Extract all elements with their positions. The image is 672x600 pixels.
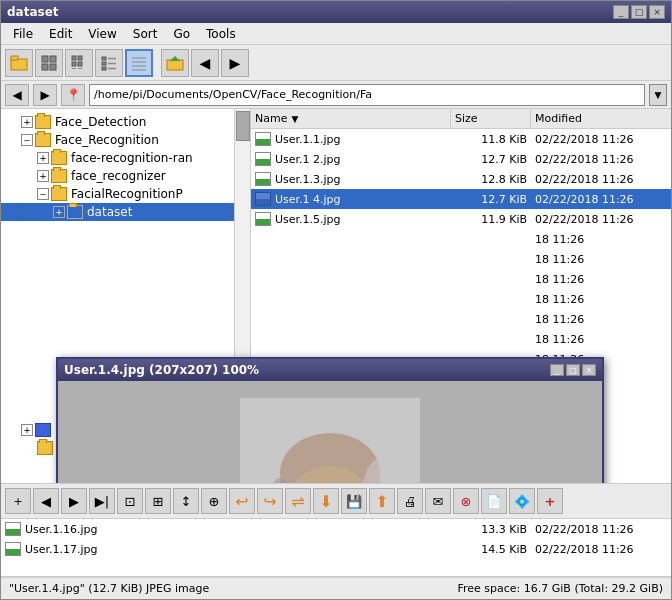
preview-content bbox=[58, 381, 602, 483]
preview-close-button[interactable]: × bbox=[582, 364, 596, 376]
file-row[interactable]: User.1.17.jpg 14.5 KiB 02/22/2018 11:26 bbox=[1, 539, 671, 559]
bottom-upload-button[interactable]: ⬆ bbox=[369, 488, 395, 514]
address-location-button[interactable]: 📍 bbox=[61, 84, 85, 106]
view-detail-button[interactable] bbox=[125, 49, 153, 77]
file-row[interactable]: 18 11:26 bbox=[251, 229, 671, 249]
address-dropdown[interactable]: ▼ bbox=[649, 84, 667, 106]
col-header-modified[interactable]: Modified bbox=[531, 109, 671, 128]
file-row[interactable]: User.1.16.jpg 13.3 KiB 02/22/2018 11:26 bbox=[1, 519, 671, 539]
sidebar-item-dataset[interactable]: + dataset bbox=[1, 203, 250, 221]
file-cell-name: User.1.1.jpg bbox=[251, 132, 451, 146]
sidebar-item-face-recognition[interactable]: − Face_Recognition bbox=[1, 131, 250, 149]
minimize-button[interactable]: _ bbox=[613, 5, 629, 19]
bottom-files: User.1.16.jpg 13.3 KiB 02/22/2018 11:26 … bbox=[1, 519, 671, 577]
menu-sort[interactable]: Sort bbox=[125, 25, 166, 43]
menu-go[interactable]: Go bbox=[165, 25, 198, 43]
preview-minimize-button[interactable]: _ bbox=[550, 364, 564, 376]
menu-file[interactable]: File bbox=[5, 25, 41, 43]
address-forward-button[interactable]: ▶ bbox=[33, 84, 57, 106]
menu-view[interactable]: View bbox=[80, 25, 124, 43]
expand-face-recognition[interactable]: − bbox=[21, 134, 33, 146]
file-row[interactable]: 18 11:26 bbox=[251, 269, 671, 289]
view-compact-button[interactable] bbox=[65, 49, 93, 77]
bottom-cancel-button[interactable]: ⊗ bbox=[453, 488, 479, 514]
preview-window: User.1.4.jpg (207x207) 100% _ □ × bbox=[56, 357, 604, 483]
bottom-icon1-button[interactable]: ⊡ bbox=[117, 488, 143, 514]
new-folder-button[interactable] bbox=[5, 49, 33, 77]
close-button[interactable]: × bbox=[649, 5, 665, 19]
bottom-toolbar: + ◀ ▶ ▶| ⊡ ⊞ ↕ ⊕ ↩ ↪ ⇌ ⬇ 💾 ⬆ 🖨 ✉ ⊗ 📄 💠 + bbox=[1, 483, 671, 519]
expand-face-recognizer[interactable]: + bbox=[37, 170, 49, 182]
file-icon-jpg bbox=[255, 172, 271, 186]
file-row[interactable]: 18 11:26 bbox=[251, 329, 671, 349]
bottom-forward-button[interactable]: ▶ bbox=[61, 488, 87, 514]
view-icons-button[interactable] bbox=[35, 49, 63, 77]
svg-rect-3 bbox=[50, 56, 56, 62]
sidebar-item-facial-recognition-p[interactable]: − FacialRecognitionP bbox=[1, 185, 250, 203]
toolbar: ◀ ▶ bbox=[1, 45, 671, 81]
file-row[interactable]: User.1.3.jpg 12.8 KiB 02/22/2018 11:26 bbox=[251, 169, 671, 189]
file-row[interactable]: User.1 2.jpg 12.7 KiB 02/22/2018 11:26 bbox=[251, 149, 671, 169]
svg-rect-6 bbox=[72, 56, 76, 60]
main-window: dataset _ □ × File Edit View Sort Go Too… bbox=[0, 0, 672, 600]
file-row[interactable]: 18 11:26 bbox=[251, 289, 671, 309]
file-row[interactable]: 18 11:26 bbox=[251, 309, 671, 329]
expand-face-recognition-ran[interactable]: + bbox=[37, 152, 49, 164]
col-header-name[interactable]: Name ▼ bbox=[251, 109, 451, 128]
bottom-swap-button[interactable]: ⇌ bbox=[285, 488, 311, 514]
bottom-icon3-button[interactable]: ↕ bbox=[173, 488, 199, 514]
bottom-undo-button[interactable]: ↩ bbox=[229, 488, 255, 514]
svg-rect-5 bbox=[50, 64, 56, 70]
svg-rect-14 bbox=[102, 62, 106, 65]
file-row[interactable]: User.1.5.jpg 11.9 KiB 02/22/2018 11:26 bbox=[251, 209, 671, 229]
bottom-save-button[interactable]: 💾 bbox=[341, 488, 367, 514]
file-cell-name: User.1.16.jpg bbox=[1, 522, 451, 536]
menu-edit[interactable]: Edit bbox=[41, 25, 80, 43]
file-cell-modified: 02/22/2018 11:26 bbox=[531, 523, 671, 536]
folder-icon-oldconffiles bbox=[37, 441, 53, 455]
file-row[interactable]: User.1.1.jpg 11.8 KiB 02/22/2018 11:26 bbox=[251, 129, 671, 149]
file-cell-size: 11.9 KiB bbox=[451, 213, 531, 226]
nav-forward-button[interactable]: ▶ bbox=[221, 49, 249, 77]
bottom-download-button[interactable]: ⬇ bbox=[313, 488, 339, 514]
file-cell-modified: 02/22/2018 11:26 bbox=[531, 193, 671, 206]
expand-face-detection[interactable]: + bbox=[21, 116, 33, 128]
bottom-add-button[interactable]: + bbox=[5, 488, 31, 514]
file-icon-jpg bbox=[255, 192, 271, 206]
preview-maximize-button[interactable]: □ bbox=[566, 364, 580, 376]
expand-music[interactable]: + bbox=[21, 424, 33, 436]
col-header-size[interactable]: Size bbox=[451, 109, 531, 128]
file-cell-name: User.1 2.jpg bbox=[251, 152, 451, 166]
sidebar-item-face-recognizer[interactable]: + face_recognizer bbox=[1, 167, 250, 185]
status-file-info: "User.1.4.jpg" (12.7 KiB) JPEG image bbox=[9, 582, 209, 595]
sidebar-item-face-detection[interactable]: + Face_Detection bbox=[1, 113, 250, 131]
view-list-button[interactable] bbox=[95, 49, 123, 77]
bottom-icon2-button[interactable]: ⊞ bbox=[145, 488, 171, 514]
bottom-play-button[interactable]: ▶| bbox=[89, 488, 115, 514]
file-cell-modified: 18 11:26 bbox=[531, 233, 671, 246]
sidebar-item-face-recognition-ran[interactable]: + face-recognition-ran bbox=[1, 149, 250, 167]
menu-tools[interactable]: Tools bbox=[198, 25, 244, 43]
bottom-blue-button[interactable]: 💠 bbox=[509, 488, 535, 514]
maximize-button[interactable]: □ bbox=[631, 5, 647, 19]
bottom-doc-button[interactable]: 📄 bbox=[481, 488, 507, 514]
file-icon-jpg bbox=[5, 522, 21, 536]
bottom-back-button[interactable]: ◀ bbox=[33, 488, 59, 514]
svg-rect-1 bbox=[11, 56, 18, 60]
address-bar: ◀ ▶ 📍 /home/pi/Documents/OpenCV/Face_Rec… bbox=[1, 81, 671, 109]
bottom-add2-button[interactable]: + bbox=[537, 488, 563, 514]
expand-dataset[interactable]: + bbox=[53, 206, 65, 218]
folder-up-button[interactable] bbox=[161, 49, 189, 77]
bottom-redo-button[interactable]: ↪ bbox=[257, 488, 283, 514]
file-row-selected[interactable]: User.1 4.jpg 12.7 KiB 02/22/2018 11:26 bbox=[251, 189, 671, 209]
file-row[interactable]: 18 11:26 bbox=[251, 249, 671, 269]
expand-facial-recognition-p[interactable]: − bbox=[37, 188, 49, 200]
bottom-icon4-button[interactable]: ⊕ bbox=[201, 488, 227, 514]
address-input[interactable]: /home/pi/Documents/OpenCV/Face_Recogniti… bbox=[89, 84, 645, 106]
bottom-email-button[interactable]: ✉ bbox=[425, 488, 451, 514]
bottom-print-button[interactable]: 🖨 bbox=[397, 488, 423, 514]
nav-back-button[interactable]: ◀ bbox=[191, 49, 219, 77]
menu-bar: File Edit View Sort Go Tools bbox=[1, 23, 671, 45]
address-back-button[interactable]: ◀ bbox=[5, 84, 29, 106]
svg-rect-0 bbox=[11, 59, 27, 70]
